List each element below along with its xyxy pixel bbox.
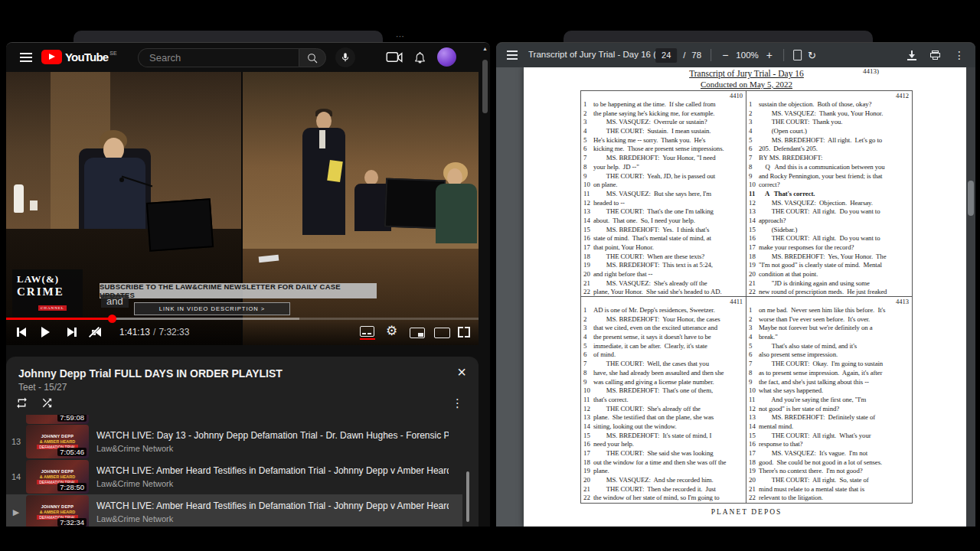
settings-button[interactable]: ⚙ bbox=[386, 324, 397, 337]
subscribe-banner: SUBSCRIBE TO THE LAW&CRIME NEWSLETTER FO… bbox=[100, 283, 377, 298]
playlist-item[interactable]: 13 JOHNNY DEPP & AMBER HEARD DEFAMATION … bbox=[6, 424, 462, 459]
pdf-kebab-icon[interactable]: ⋮ bbox=[954, 49, 965, 61]
playlist-items: 7:59:08 13 JOHNNY DEPP & AMBER HEARD DEF… bbox=[6, 415, 462, 527]
transcript-line: 6also present sense impression. bbox=[748, 350, 912, 360]
transcript-line: 2the plane saying he's kicking me, for e… bbox=[583, 109, 746, 119]
transcript-line: 18 THE COURT: When are these texts? bbox=[583, 253, 746, 262]
fullscreen-button[interactable] bbox=[458, 327, 470, 337]
playlist-item-thumbnail: 7:59:08 bbox=[26, 415, 89, 424]
transcript-line: 12 MS. VASQUEZ: Objection. Hearsay. bbox=[748, 199, 912, 208]
menu-icon[interactable] bbox=[20, 57, 32, 58]
voice-search-button[interactable] bbox=[335, 47, 355, 67]
transcript-line: 2worse than I've ever seen before. It's … bbox=[748, 315, 912, 324]
transcript-line: 5 MS. BREDEHOFT: All right. Let's go to bbox=[748, 136, 912, 145]
transcript-line: 22the window of her state of mind, so I'… bbox=[583, 494, 746, 503]
play-button[interactable] bbox=[41, 327, 50, 337]
transcript-line: 15 MS. BREDEHOFT: Yes. I think that's bbox=[583, 226, 746, 235]
tab-overflow-dots: ⋯ bbox=[396, 31, 404, 41]
link-in-description-button[interactable]: LINK IN VIDEO DESCRIPTION > bbox=[134, 302, 290, 315]
video-player[interactable]: LAW(&) CRIME CHANNEL SUBSCRIBE TO THE LA… bbox=[6, 72, 479, 345]
transcript-line: 4 (Open court.) bbox=[748, 127, 912, 136]
captions-on-indicator bbox=[360, 338, 375, 340]
transcript-page: 4413) Transcript of Jury Trial - Day 16 … bbox=[524, 67, 969, 527]
transcript-line: 16 THE COURT: All right. Do you want to bbox=[748, 234, 912, 243]
scrollbar-thumb[interactable] bbox=[482, 60, 488, 113]
create-icon[interactable] bbox=[386, 51, 403, 64]
transcript-line: 13 MS. BREDEHOFT: Definitely state of bbox=[748, 413, 912, 422]
pdf-menu-button[interactable] bbox=[505, 50, 521, 60]
transcript-line: 1on me bad. Never seen him like this bef… bbox=[748, 306, 912, 315]
close-icon[interactable]: × bbox=[457, 364, 466, 380]
witness-monitor bbox=[146, 198, 214, 252]
transcript-line: 6of mind. bbox=[583, 350, 746, 360]
transcript-line: 14approach? bbox=[748, 217, 912, 226]
shuffle-icon[interactable] bbox=[41, 396, 54, 409]
transcript-line: 7 THE COURT: Well, the cases that you bbox=[583, 360, 746, 369]
playlist-item-index: 13 bbox=[6, 437, 26, 446]
playlist-item-partial[interactable]: 7:59:08 bbox=[6, 415, 462, 424]
transcript-line: 20and right before that -- bbox=[583, 270, 746, 279]
avatar[interactable] bbox=[437, 47, 456, 67]
print-icon[interactable] bbox=[930, 51, 940, 60]
transcript-line: 12headed to -- bbox=[583, 199, 746, 208]
transcript-line: 10what she says happened. bbox=[748, 386, 912, 396]
captions-button[interactable] bbox=[360, 326, 374, 337]
page-scrollbar[interactable]: ▲ bbox=[480, 43, 490, 527]
miniplayer-button[interactable] bbox=[410, 328, 425, 338]
theater-icon bbox=[434, 328, 450, 338]
notifications-bell-icon[interactable] bbox=[413, 51, 426, 64]
youtube-logo[interactable]: YouTube SE bbox=[41, 50, 117, 64]
transcript-line: 8 Q And this is a communication between … bbox=[748, 163, 912, 172]
transcript-line: 9and Rocky Pennington, your best friend;… bbox=[748, 172, 912, 181]
rotate-icon[interactable]: ↻ bbox=[808, 50, 816, 61]
zoom-in-button[interactable]: + bbox=[765, 49, 774, 61]
transcript-line: 21 THE COURT: Then she recorded it. Just bbox=[583, 485, 746, 494]
transcript-line: 8as to present sense impression. Again, … bbox=[748, 369, 912, 378]
law-crime-logo-line1: LAW(&) bbox=[17, 273, 78, 285]
duration-badge: 7:28:50 bbox=[57, 483, 87, 491]
playlist-item[interactable]: 14 JOHNNY DEPP & AMBER HEARD DEFAMATION … bbox=[6, 459, 462, 494]
pdf-scrollbar[interactable] bbox=[966, 67, 975, 527]
transcript-line: 3 THE COURT: Thank you. bbox=[748, 118, 912, 127]
page-number-input[interactable] bbox=[655, 48, 677, 63]
transcript-line: 21mind must relate to a mental state tha… bbox=[748, 485, 912, 494]
previous-button[interactable] bbox=[17, 328, 26, 337]
transcript-line: 17 MS. VASQUEZ: It's vague. I'm not bbox=[748, 449, 912, 458]
loop-icon[interactable] bbox=[15, 396, 28, 409]
zoom-out-button[interactable]: − bbox=[720, 49, 730, 61]
pdf-scrollbar-thumb[interactable] bbox=[968, 181, 974, 216]
transcript-line: 10correct? bbox=[748, 181, 912, 190]
next-button[interactable] bbox=[67, 328, 77, 337]
playlist-kebab-icon[interactable]: ⋮ bbox=[452, 396, 463, 410]
zoom-level: 100% bbox=[736, 51, 758, 60]
duration-badge: 7:32:34 bbox=[57, 518, 87, 527]
transcript-line: 17make your responses for the record? bbox=[748, 243, 912, 253]
miniplayer-icon bbox=[410, 328, 425, 338]
download-icon[interactable] bbox=[907, 51, 916, 60]
fit-page-icon[interactable] bbox=[793, 50, 802, 60]
captions-icon bbox=[360, 326, 374, 337]
playlist-item-index: 14 bbox=[6, 472, 26, 481]
mute-button[interactable] bbox=[92, 328, 101, 337]
transcript-line: 2 MS. VASQUEZ: Thank you, Your Honor. bbox=[748, 109, 912, 119]
transcript-line: 14sitting, looking out the window. bbox=[583, 422, 746, 432]
transcript-header-title: Transcript of Jury Trial - Day 16 bbox=[524, 69, 969, 78]
time-display: 1:41:13/7:32:33 bbox=[119, 327, 189, 337]
transcript-line: 12not good" is her state of mind? bbox=[748, 405, 912, 414]
search-button[interactable] bbox=[299, 48, 326, 67]
playlist-scrollbar-thumb[interactable] bbox=[466, 471, 469, 522]
seated-attorney-head bbox=[364, 170, 378, 185]
search-input[interactable] bbox=[138, 48, 299, 67]
browser-tab-edge-left: ⋯ bbox=[74, 31, 383, 43]
playlist-title[interactable]: Johnny Depp Trial FULL DAYS IN ORDER PLA… bbox=[18, 367, 432, 380]
transcript-line: 11 A That's correct. bbox=[748, 190, 912, 199]
pdf-document-title: Transcript of Jury Trial - Day 16 (May 0… bbox=[528, 50, 658, 59]
scroll-up-arrow-icon[interactable]: ▲ bbox=[482, 46, 488, 51]
gear-icon: ⚙ bbox=[386, 324, 397, 337]
transcript-line: 19plane. bbox=[583, 467, 746, 476]
pdf-content-area[interactable]: 4413) Transcript of Jury Trial - Day 16 … bbox=[496, 67, 975, 527]
transcript-line: 18 MS. BREDEHOFT: Yes, Your Honor. The bbox=[748, 253, 912, 262]
playlist-item[interactable]: ▶ JOHNNY DEPP & AMBER HEARD DEFAMATION T… bbox=[6, 494, 462, 527]
transcript-line: 2 MS. BREDEHOFT: Your Honor, the cases bbox=[583, 315, 746, 324]
theater-mode-button[interactable] bbox=[434, 328, 450, 338]
